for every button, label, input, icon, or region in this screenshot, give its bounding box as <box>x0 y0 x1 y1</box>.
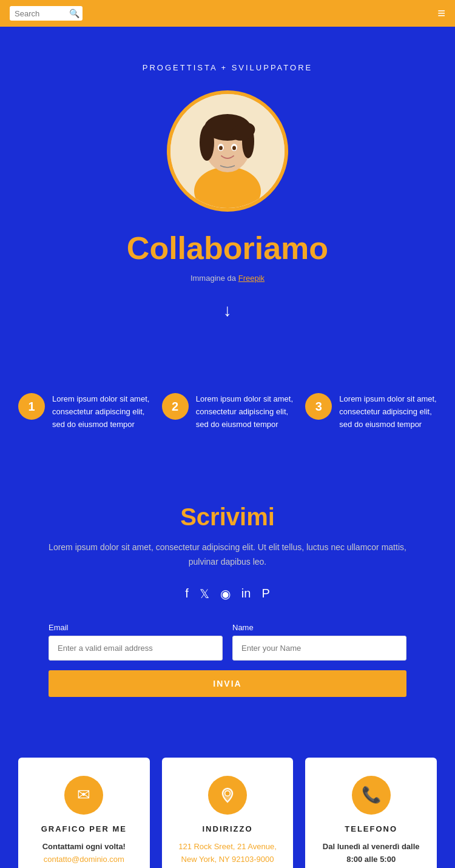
contact-description: Lorem ipsum dolor sit amet, consectetur … <box>49 540 406 570</box>
hero-title: Collaboriamo <box>24 230 431 266</box>
card-email: ✉ GRAFICO PER ME Contattami ogni volta! … <box>18 758 150 868</box>
step-2: 2 Lorem ipsum dolor sit amet, consectetu… <box>162 393 294 431</box>
email-card-icon: ✉ <box>64 776 103 815</box>
svg-point-13 <box>226 791 230 795</box>
step-3-number: 3 <box>305 393 332 420</box>
hero-section: PROGETTISTA + SVILUPPATORE <box>0 27 455 369</box>
name-field[interactable] <box>232 636 406 661</box>
step-3-text: Lorem ipsum dolor sit amet, consectetur … <box>339 393 437 431</box>
svg-point-10 <box>219 146 223 150</box>
steps-section: 1 Lorem ipsum dolor sit amet, consectetu… <box>0 369 455 479</box>
avatar-image <box>170 94 285 208</box>
email-field[interactable] <box>49 636 223 661</box>
submit-button[interactable]: INVIA <box>49 670 406 697</box>
search-icon: 🔍 <box>69 8 79 18</box>
step-1-number: 1 <box>18 393 45 420</box>
hamburger-menu[interactable]: ≡ <box>437 5 445 21</box>
step-1: 1 Lorem ipsum dolor sit amet, consectetu… <box>18 393 150 431</box>
instagram-icon[interactable]: ◉ <box>220 587 231 601</box>
cards-section: ✉ GRAFICO PER ME Contattami ogni volta! … <box>0 733 455 868</box>
hero-subtitle: PROGETTISTA + SVILUPPATORE <box>24 63 431 72</box>
contact-form-row: Email Name <box>49 623 406 661</box>
svg-point-11 <box>232 146 236 150</box>
social-icons: f 𝕏 ◉ in P <box>49 587 406 601</box>
address-card-icon <box>208 776 247 815</box>
svg-point-5 <box>200 124 214 161</box>
step-2-number: 2 <box>162 393 189 420</box>
pinterest-icon[interactable]: P <box>261 587 269 601</box>
card-phone-title: TELEFONO <box>317 824 425 833</box>
contact-title: Scrivimi <box>49 503 406 531</box>
card-email-body: Contattami ogni volta! contatto@dominio.… <box>30 841 138 866</box>
hero-caption: Immagine da Freepik <box>24 274 431 283</box>
twitter-icon[interactable]: 𝕏 <box>200 587 209 601</box>
search-input[interactable] <box>15 9 69 18</box>
card-phone-body: Dal lunedì al venerdì dalle 8:00 alle 5:… <box>317 841 425 868</box>
step-3: 3 Lorem ipsum dolor sit amet, consectetu… <box>305 393 437 431</box>
card-address-title: INDIRIZZO <box>174 824 281 833</box>
step-1-text: Lorem ipsum dolor sit amet, consectetur … <box>52 393 150 431</box>
search-box[interactable]: 🔍 <box>10 6 83 21</box>
linkedin-icon[interactable]: in <box>241 587 251 601</box>
freepik-link[interactable]: Freepik <box>238 274 265 283</box>
email-label: Email <box>49 623 223 632</box>
card-address: INDIRIZZO 121 Rock Sreet, 21 Avenue, New… <box>162 758 294 868</box>
card-email-link[interactable]: contatto@dominio.com <box>44 855 124 864</box>
facebook-icon[interactable]: f <box>185 587 189 601</box>
header: 🔍 ≡ <box>0 0 455 27</box>
avatar <box>167 90 288 212</box>
contact-section: Scrivimi Lorem ipsum dolor sit amet, con… <box>0 479 455 733</box>
name-label: Name <box>232 623 406 632</box>
name-group: Name <box>232 623 406 661</box>
card-address-link[interactable]: 121 Rock Sreet, 21 Avenue, New York, NY … <box>178 842 277 864</box>
card-email-title: GRAFICO PER ME <box>30 824 138 833</box>
card-email-bold: Contattami ogni volta! <box>42 842 126 851</box>
email-group: Email <box>49 623 223 661</box>
card-phone-bold: Dal lunedì al venerdì dalle 8:00 alle 5:… <box>323 842 420 864</box>
scroll-arrow: ↓ <box>24 301 431 320</box>
card-phone: 📞 TELEFONO Dal lunedì al venerdì dalle 8… <box>305 758 437 868</box>
phone-card-icon: 📞 <box>352 776 391 815</box>
step-2-text: Lorem ipsum dolor sit amet, consectetur … <box>196 393 294 431</box>
card-address-body: 121 Rock Sreet, 21 Avenue, New York, NY … <box>174 841 281 866</box>
